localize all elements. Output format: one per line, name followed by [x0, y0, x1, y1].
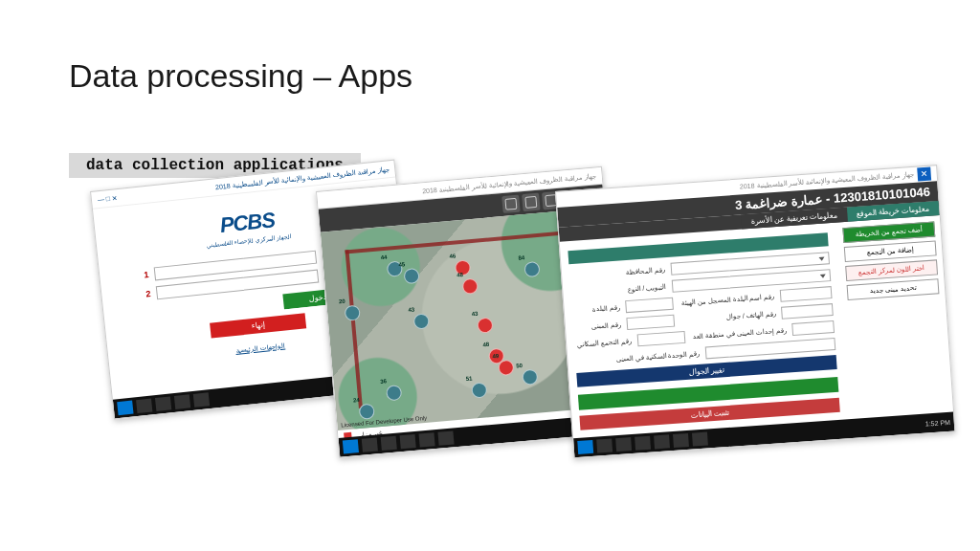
city-name-label: رقم اسم البلدة المسجل من الهيئة	[679, 293, 774, 307]
field2-number: 2	[145, 289, 151, 298]
marker-number: 50	[516, 363, 523, 369]
map-marker[interactable]: 51	[471, 382, 487, 398]
taskbar-app-icon[interactable]	[362, 437, 378, 452]
marker-number: 46	[449, 253, 456, 259]
close-icon[interactable]: ✕	[917, 167, 931, 182]
taskbar-app-icon[interactable]	[437, 430, 454, 445]
screenshot-form-app: جهاز مراقبة الظروف المعيشية والإنمائية ل…	[555, 165, 956, 458]
city-num-input[interactable]	[625, 298, 674, 313]
taskbar-app-icon[interactable]	[654, 434, 670, 449]
choose-color-button[interactable]: اختر اللون لمركز التجمع	[845, 259, 938, 281]
taskbar-app-icon[interactable]	[419, 432, 435, 447]
marker-number: 45	[398, 261, 405, 268]
login-window-controls: — □ ✕	[98, 194, 119, 204]
taskbar-app-icon[interactable]	[136, 398, 152, 413]
marker-number: 51	[465, 375, 472, 382]
building-label: رقم المبنى	[573, 320, 621, 331]
taskbar-clock: 1:52 PM	[925, 418, 951, 427]
city-num-label: رقم البلدة	[571, 303, 619, 314]
new-building-button[interactable]: تحديد مبنى جديد	[847, 278, 940, 300]
add-from-cluster-button[interactable]: إضافة من التجمع	[844, 240, 937, 262]
marker-number: 36	[380, 379, 387, 386]
map-marker[interactable]: 84	[523, 261, 540, 277]
field1-number: 1	[144, 270, 149, 279]
marker-number: 24	[353, 397, 360, 404]
taskbar-app-icon[interactable]	[615, 437, 632, 452]
map-marker[interactable]: 45	[404, 268, 420, 284]
taskbar-app-icon[interactable]	[155, 396, 171, 411]
map-marker[interactable]: 43	[477, 317, 493, 333]
marker-number: 43	[471, 311, 478, 318]
map-marker[interactable]: 20	[344, 305, 360, 321]
governorate-label: رقم المحافظة	[569, 266, 665, 280]
marker-number: 48	[482, 342, 489, 348]
map-marker[interactable]: 50	[522, 369, 538, 386]
marker-number: 43	[408, 306, 414, 313]
taskbar-app-icon[interactable]	[193, 392, 210, 408]
map-tool-icon[interactable]	[501, 195, 521, 214]
map-marker[interactable]: 36	[386, 385, 402, 401]
map-marker[interactable]: 48	[462, 278, 479, 295]
unit-input[interactable]	[637, 331, 686, 346]
map-marker[interactable]: 24	[358, 404, 374, 420]
start-icon[interactable]	[343, 439, 359, 453]
marker-number: 44	[381, 254, 388, 261]
unit-label: رقم التجمع السكاني	[574, 337, 632, 348]
map-marker[interactable]: 43	[413, 313, 430, 329]
start-icon[interactable]	[577, 440, 593, 454]
map-tool-icon[interactable]	[522, 193, 541, 212]
building-input[interactable]	[626, 315, 675, 330]
type-label: التبويب / النوع	[570, 283, 666, 298]
map-road	[345, 231, 572, 254]
dwelling-label: رقم الوحدة السكنية في المبنى	[575, 349, 700, 365]
marker-number: 49	[492, 353, 499, 360]
location-input[interactable]	[791, 320, 835, 336]
slide-title: Data processing – Apps	[69, 57, 412, 95]
map-road	[345, 250, 362, 408]
marker-number: 20	[339, 298, 345, 305]
exit-button[interactable]: إنهاء	[210, 313, 306, 338]
taskbar-app-icon[interactable]	[673, 433, 689, 448]
start-icon[interactable]	[117, 401, 133, 416]
taskbar-app-icon[interactable]	[381, 436, 397, 451]
marker-number: 48	[457, 272, 463, 278]
taskbar-app-icon[interactable]	[596, 439, 612, 453]
form-right-panel: أضف تجمع من الخريطة إضافة من التجمع اختر…	[842, 221, 939, 304]
phone-label: رقم الهاتف / جوال	[679, 310, 775, 324]
location-label: رقم إحداث المبنى في منطقة العد	[691, 326, 787, 341]
marker-number: 84	[518, 254, 524, 261]
taskbar-app-icon[interactable]	[692, 432, 708, 447]
phone-input[interactable]	[781, 303, 834, 320]
taskbar-app-icon[interactable]	[635, 436, 651, 451]
map-marker[interactable]: 49	[498, 359, 514, 375]
taskbar-app-icon[interactable]	[174, 394, 190, 409]
add-from-map-button[interactable]: أضف تجمع من الخريطة	[842, 221, 935, 243]
taskbar-app-icon[interactable]	[400, 434, 416, 449]
city-name-input[interactable]	[780, 286, 833, 302]
